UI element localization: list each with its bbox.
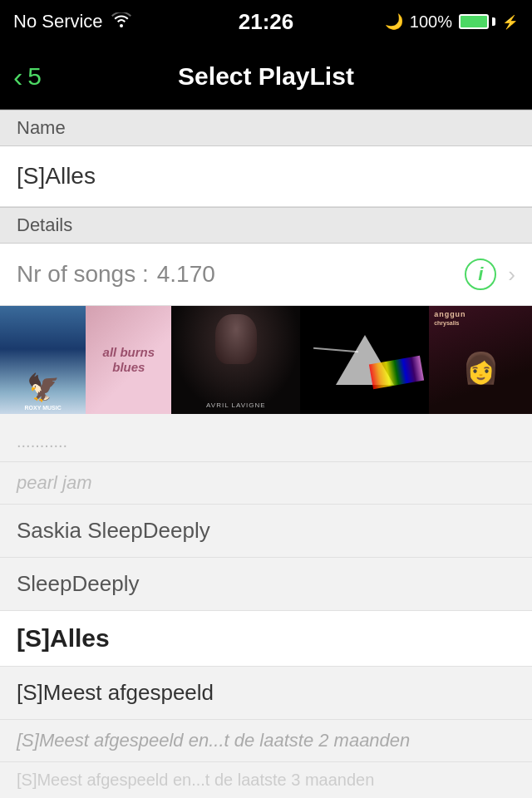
back-button[interactable]: ‹ 5 [13, 62, 42, 91]
status-time: 21:26 [239, 9, 294, 35]
songs-count-left: Nr of songs : 4.170 [17, 261, 215, 288]
album-art-anggun[interactable]: anggunchrysalis 👩 [429, 306, 532, 414]
songs-count-value: 4.170 [157, 261, 215, 288]
album-art-avril[interactable]: AVRIL LAVIGNE [171, 306, 300, 414]
album-art-pink-floyd[interactable] [300, 306, 429, 414]
nav-title: Select PlayList [178, 62, 354, 91]
songs-count-row[interactable]: Nr of songs : 4.170 i › [0, 244, 532, 306]
current-playlist-row[interactable]: [S]Alles [0, 146, 532, 207]
status-right: 🌙 100% ⚡ [385, 12, 519, 32]
battery-percent: 100% [410, 12, 452, 32]
status-left: No Service [13, 11, 131, 32]
nav-bar: ‹ 5 Select PlayList [0, 43, 532, 110]
moon-icon: 🌙 [385, 12, 403, 31]
list-item-smeest-3m[interactable]: [S]Meest afgespeeld en...t de laatste 3 … [0, 762, 532, 798]
chevron-right-icon: › [508, 262, 515, 288]
album-strip: 🦅 ROXY MUSIC all burnsblues AVRIL LAVIGN… [0, 306, 532, 414]
playlist-list: ........... pearl jam Saskia SleepDeeply… [0, 414, 532, 798]
back-number: 5 [27, 62, 42, 91]
wifi-icon [111, 11, 131, 32]
info-icon[interactable]: i [465, 259, 496, 290]
songs-count-label: Nr of songs : [17, 261, 149, 288]
bolt-icon: ⚡ [502, 14, 519, 30]
list-item-saskia[interactable]: Saskia SleepDeeply [0, 505, 532, 558]
current-playlist-name: [S]Alles [17, 163, 96, 189]
list-item[interactable]: ........... [0, 422, 532, 462]
list-item-salles[interactable]: [S]Alles [0, 611, 532, 667]
carrier-text: No Service [13, 11, 103, 32]
back-chevron-icon: ‹ [13, 62, 22, 91]
details-section-header: Details [0, 207, 532, 244]
songs-count-right: i › [465, 259, 515, 290]
name-section-header: Name [0, 110, 532, 146]
list-item-smeest[interactable]: [S]Meest afgespeeld [0, 667, 532, 720]
status-bar: No Service 21:26 🌙 100% ⚡ [0, 0, 532, 43]
list-item-pearl-jam[interactable]: pearl jam [0, 462, 532, 505]
album-art-burns[interactable]: all burnsblues [86, 306, 171, 414]
list-item-smeest-2m[interactable]: [S]Meest afgespeeld en...t de laatste 2 … [0, 720, 532, 762]
album-art-roxy[interactable]: 🦅 ROXY MUSIC [0, 306, 86, 414]
list-item-sleepdeeply[interactable]: SleepDeeply [0, 558, 532, 611]
battery-icon [459, 14, 495, 29]
